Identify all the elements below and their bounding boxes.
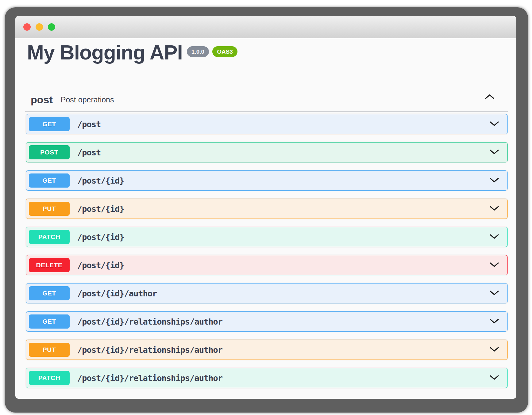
method-badge: DELETE [29,258,70,272]
chevron-down-icon [489,374,499,382]
zoom-button[interactable] [48,23,55,31]
method-badge: GET [29,314,70,329]
page-title: My Blogging API [27,42,183,63]
endpoint-path: /post/{id}/relationships/author [77,345,222,355]
method-badge: POST [29,145,70,159]
opblock-row[interactable]: PATCH/post/{id}/relationships/author [26,368,508,388]
tag-section-header[interactable]: post Post operations [31,89,508,110]
opblock-row[interactable]: GET/post/{id}/author [26,283,508,303]
app-window: My Blogging API 1.0.0 OAS3 post Post ope… [15,16,516,399]
chevron-down-icon [489,120,499,128]
minimize-button[interactable] [36,23,43,31]
chevron-down-icon [489,346,499,353]
endpoint-path: /post/{id} [77,204,124,214]
oas3-badge: OAS3 [212,46,237,57]
endpoint-path: /post/{id} [77,261,124,270]
method-badge: PATCH [29,230,70,244]
section-divider [25,111,508,112]
endpoint-path: /post/{id} [77,176,124,185]
method-badge: PATCH [29,371,70,385]
method-badge: PUT [29,343,70,357]
version-badge: 1.0.0 [187,46,209,57]
chevron-down-icon [489,149,499,156]
method-badge: GET [29,286,70,300]
endpoint-path: /post/{id}/relationships/author [77,373,222,383]
method-badge: GET [29,117,70,131]
endpoint-path: /post/{id} [77,232,124,242]
chevron-up-icon[interactable] [484,94,495,101]
opblock-row[interactable]: POST/post [26,142,508,162]
chevron-down-icon [489,290,499,297]
chevron-down-icon [489,205,499,212]
endpoint-path: /post/{id}/author [77,289,157,298]
opblock-row[interactable]: PUT/post/{id} [26,199,508,219]
endpoint-path: /post/{id}/relationships/author [77,317,222,326]
method-badge: GET [29,173,70,188]
titlebar[interactable] [15,16,516,38]
chevron-down-icon [489,177,499,184]
endpoint-path: /post [77,120,101,129]
method-badge: PUT [29,202,70,216]
close-button[interactable] [23,23,31,31]
chevron-down-icon [489,318,499,325]
opblock-row[interactable]: PATCH/post/{id} [26,227,508,247]
endpoint-path: /post [77,148,101,157]
chevron-down-icon [489,233,499,241]
operations-list: GET/postPOST/postGET/post/{id}PUT/post/{… [26,114,508,396]
opblock-row[interactable]: GET/post/{id}/relationships/author [26,311,508,332]
chevron-down-icon [489,261,499,269]
tag-name: post [31,94,53,106]
api-header: My Blogging API 1.0.0 OAS3 [27,42,237,63]
opblock-row[interactable]: DELETE/post/{id} [26,255,508,275]
opblock-row[interactable]: GET/post/{id} [26,170,508,191]
opblock-row[interactable]: GET/post [26,114,508,134]
opblock-row[interactable]: PUT/post/{id}/relationships/author [26,340,508,360]
tag-description: Post operations [61,95,114,104]
